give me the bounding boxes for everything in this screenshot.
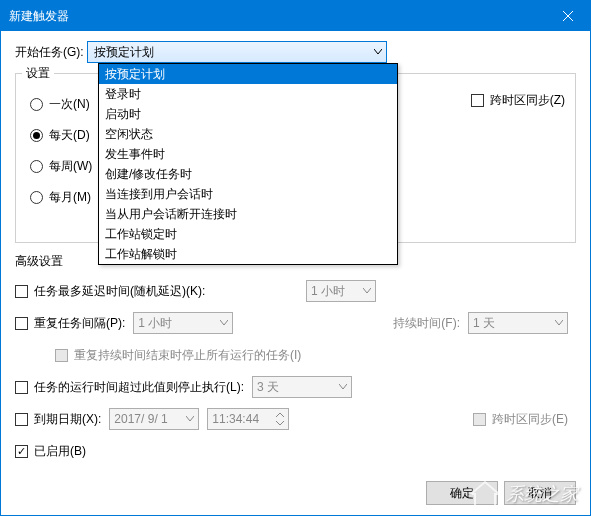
spinner-icon: [276, 413, 284, 425]
dropdown-option[interactable]: 登录时: [99, 84, 397, 104]
expire-checkbox[interactable]: [15, 413, 28, 426]
stop-if-longer-label: 任务的运行时间超过此值则停止执行(L):: [34, 379, 244, 396]
settings-legend: 设置: [22, 65, 54, 82]
chevron-down-icon: [220, 320, 228, 326]
close-icon: [563, 11, 573, 21]
duration-select[interactable]: 1 天: [468, 312, 568, 334]
dropdown-option[interactable]: 启动时: [99, 104, 397, 124]
expire-time-spinner[interactable]: 11:34:44: [207, 408, 289, 430]
chevron-down-icon: [555, 320, 563, 326]
dropdown-option[interactable]: 发生事件时: [99, 144, 397, 164]
sync-tz-top-checkbox[interactable]: [471, 94, 484, 107]
titlebar: 新建触发器: [1, 1, 590, 31]
sync-tz-bottom-label: 跨时区同步(E): [492, 411, 568, 428]
dropdown-option[interactable]: 当从用户会话断开连接时: [99, 204, 397, 224]
cancel-button[interactable]: 取消: [504, 481, 576, 505]
dialog-window: 新建触发器 开始任务(G): 按预定计划 设置 一次(N) 每天(D) 每周(W…: [0, 0, 591, 516]
repeat-label: 重复任务间隔(P):: [34, 315, 125, 332]
sync-tz-bottom-checkbox: [473, 413, 486, 426]
dropdown-option[interactable]: 工作站锁定时: [99, 224, 397, 244]
begin-task-selected: 按预定计划: [94, 44, 154, 61]
stop-all-after-checkbox: [55, 349, 68, 362]
dropdown-option[interactable]: 工作站解锁时: [99, 244, 397, 264]
stop-all-after-label: 重复持续时间结束时停止所有运行的任务(I): [74, 347, 301, 364]
expire-label: 到期日期(X):: [34, 411, 101, 428]
random-delay-select[interactable]: 1 小时: [306, 280, 376, 302]
begin-task-row: 开始任务(G): 按预定计划: [15, 41, 576, 63]
expire-date-picker[interactable]: 2017/ 9/ 1: [109, 408, 199, 430]
stop-if-longer-select[interactable]: 3 天: [252, 376, 352, 398]
enabled-checkbox[interactable]: [15, 445, 28, 458]
dropdown-option[interactable]: 按预定计划: [99, 64, 397, 84]
begin-task-label: 开始任务(G):: [15, 44, 87, 61]
random-delay-label: 任务最多延迟时间(随机延迟)(K):: [34, 283, 205, 300]
dropdown-option[interactable]: 创建/修改任务时: [99, 164, 397, 184]
dropdown-option[interactable]: 当连接到用户会话时: [99, 184, 397, 204]
stop-if-longer-checkbox[interactable]: [15, 381, 28, 394]
close-button[interactable]: [545, 1, 590, 31]
random-delay-checkbox[interactable]: [15, 285, 28, 298]
repeat-interval-select[interactable]: 1 小时: [133, 312, 233, 334]
chevron-down-icon: [186, 416, 194, 422]
dropdown-option[interactable]: 空闲状态: [99, 124, 397, 144]
ok-button[interactable]: 确定: [426, 481, 498, 505]
begin-task-dropdown: 按预定计划 登录时 启动时 空闲状态 发生事件时 创建/修改任务时 当连接到用户…: [98, 63, 398, 265]
dialog-buttons: 确定 取消: [426, 481, 576, 505]
enabled-label: 已启用(B): [34, 443, 86, 460]
sync-tz-top-label: 跨时区同步(Z): [490, 92, 565, 109]
chevron-down-icon: [363, 288, 371, 294]
begin-task-select[interactable]: 按预定计划: [87, 41, 387, 63]
chevron-down-icon: [374, 49, 382, 55]
repeat-checkbox[interactable]: [15, 317, 28, 330]
chevron-down-icon: [339, 384, 347, 390]
duration-label: 持续时间(F):: [393, 315, 460, 332]
window-title: 新建触发器: [9, 8, 545, 25]
